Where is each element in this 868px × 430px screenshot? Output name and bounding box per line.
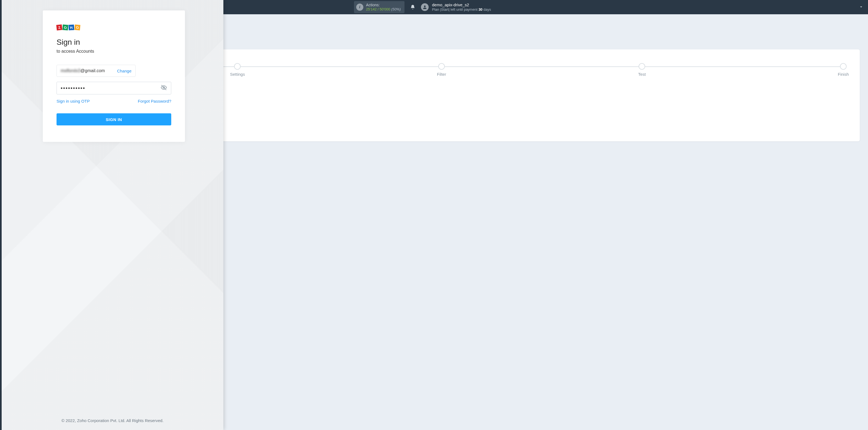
step-dot-icon	[438, 63, 445, 70]
signin-card: Z O H O Sign in to access Accounts mxlfo…	[43, 10, 185, 142]
email-value: mxlforxlx3@gmail.com	[61, 68, 105, 73]
actions-used: 25'142	[366, 7, 377, 11]
change-email-link[interactable]: Change	[117, 69, 131, 73]
step-label: Filter	[437, 72, 446, 76]
toggle-password-button[interactable]	[160, 84, 167, 92]
chevron-down-icon	[859, 4, 864, 9]
user-plan: Plan |Start| left until payment 30 days	[432, 7, 491, 12]
email-blurred: mxlforxlx3	[61, 68, 81, 73]
avatar	[421, 3, 429, 11]
plan-days: 30	[478, 7, 483, 11]
plan-days-word: days	[483, 7, 491, 11]
email-domain: @gmail.com	[81, 68, 105, 73]
actions-numbers: 25'142 / 50'000 (50%)	[366, 7, 401, 11]
notifications-button[interactable]	[407, 4, 418, 10]
logo-o-icon: O	[62, 24, 68, 30]
actions-total: 50'000	[379, 7, 390, 11]
signin-button[interactable]: SIGN IN	[57, 113, 171, 125]
step-finish[interactable]: Finish	[838, 63, 849, 76]
step-label: Finish	[838, 72, 849, 76]
svg-point-0	[424, 5, 426, 7]
zoho-signin-overlay: Z O H O Sign in to access Accounts mxlfo…	[2, 0, 223, 430]
step-label: Settings	[230, 72, 245, 76]
plan-prefix: Plan |	[432, 7, 441, 11]
logo-o2-icon: O	[74, 24, 81, 30]
step-dot-icon	[234, 63, 241, 70]
user-name: demo_apix-drive_s2	[432, 2, 491, 7]
expand-button[interactable]	[859, 4, 864, 10]
step-test[interactable]: Test	[638, 63, 646, 76]
logo-z-icon: Z	[56, 24, 62, 30]
actions-pct: (50%)	[391, 7, 401, 11]
password-row	[57, 82, 171, 94]
actions-sep: /	[376, 7, 379, 11]
plan-name: Start	[441, 7, 448, 11]
signin-subtitle: to access Accounts	[57, 49, 171, 54]
step-dot-icon	[840, 63, 846, 70]
step-filter[interactable]: Filter	[437, 63, 446, 76]
zoho-logo: Z O H O	[57, 25, 171, 30]
step-label: Test	[638, 72, 646, 76]
forgot-password-link[interactable]: Forgot Password?	[138, 99, 171, 103]
password-input[interactable]	[61, 85, 160, 91]
info-icon: i	[356, 4, 363, 11]
actions-counter[interactable]: i Actions: 25'142 / 50'000 (50%)	[354, 1, 404, 13]
eye-off-icon	[160, 84, 167, 91]
zoho-footer: © 2022, Zoho Corporation Pvt. Ltd. All R…	[2, 418, 223, 423]
step-dot-icon	[639, 63, 645, 70]
signin-otp-link[interactable]: Sign in using OTP	[57, 99, 90, 103]
user-menu[interactable]: demo_apix-drive_s2 Plan |Start| left unt…	[421, 2, 505, 12]
plan-mid: | left until payment	[449, 7, 478, 11]
signin-title: Sign in	[57, 38, 171, 47]
step-settings[interactable]: Settings	[230, 63, 245, 76]
bell-icon	[410, 4, 415, 10]
user-icon	[422, 5, 427, 10]
email-display: mxlforxlx3@gmail.com Change	[57, 65, 135, 77]
actions-label: Actions:	[366, 3, 401, 7]
logo-h-icon: H	[68, 24, 74, 30]
